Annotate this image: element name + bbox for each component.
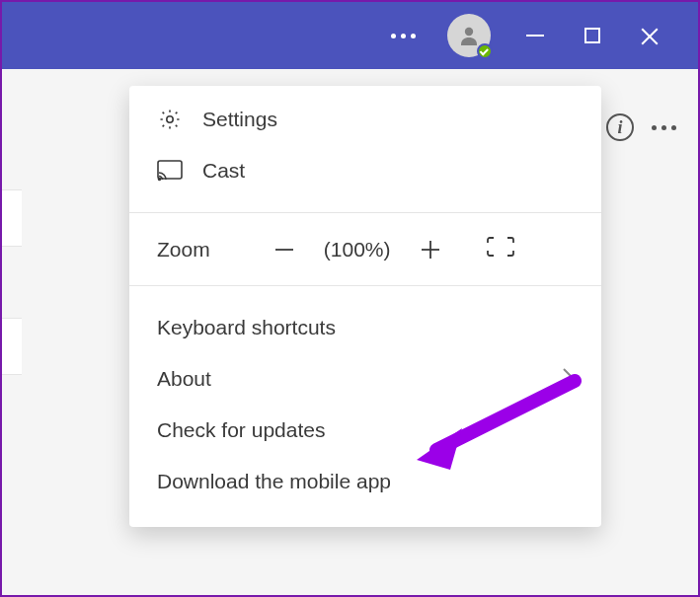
menu-item-label: Cast (202, 159, 245, 183)
content-more-icon[interactable] (652, 125, 676, 130)
avatar[interactable] (447, 14, 491, 57)
menu-item-label: Check for updates (157, 418, 325, 442)
close-button[interactable] (621, 2, 678, 69)
menu-item-label: Download the mobile app (157, 470, 391, 493)
svg-point-3 (159, 179, 161, 181)
fullscreen-icon (487, 237, 514, 257)
menu-item-keyboard-shortcuts[interactable]: Keyboard shortcuts (129, 302, 601, 353)
presence-available-icon (477, 43, 493, 59)
person-icon (457, 24, 481, 47)
menu-divider (129, 212, 601, 213)
list-item (2, 189, 22, 247)
minus-icon (273, 239, 295, 261)
more-button[interactable] (374, 2, 431, 69)
maximize-icon (584, 28, 600, 43)
svg-point-1 (167, 116, 173, 122)
zoom-percent: (100%) (311, 238, 404, 261)
menu-item-settings[interactable]: Settings (129, 94, 601, 145)
chevron-right-icon (562, 367, 574, 392)
maximize-button[interactable] (564, 2, 621, 69)
menu-item-label: Keyboard shortcuts (157, 316, 336, 339)
zoom-row: Zoom (100%) (129, 221, 601, 277)
info-icon[interactable]: i (606, 113, 634, 141)
zoom-out-button[interactable] (258, 239, 311, 261)
settings-menu: Settings Cast Zoom (100%) Keyboard short… (129, 86, 601, 527)
menu-item-cast[interactable]: Cast (129, 145, 601, 196)
fullscreen-button[interactable] (487, 237, 514, 261)
menu-item-label: About (157, 367, 211, 391)
zoom-label: Zoom (157, 238, 210, 261)
menu-divider (129, 285, 601, 286)
menu-item-check-updates[interactable]: Check for updates (129, 405, 601, 456)
gear-icon (157, 108, 183, 131)
list-item (2, 318, 22, 375)
minimize-icon (526, 35, 544, 37)
more-icon (391, 34, 416, 38)
svg-rect-2 (158, 161, 182, 179)
menu-item-about[interactable]: About (129, 353, 601, 405)
close-icon (640, 26, 660, 45)
svg-point-0 (465, 28, 473, 36)
minimize-button[interactable] (506, 2, 564, 69)
zoom-in-button[interactable] (404, 239, 457, 261)
title-bar (2, 2, 698, 69)
menu-item-download-app[interactable]: Download the mobile app (129, 456, 601, 507)
cast-icon (157, 160, 183, 182)
menu-item-label: Settings (202, 108, 277, 131)
plus-icon (420, 239, 441, 261)
